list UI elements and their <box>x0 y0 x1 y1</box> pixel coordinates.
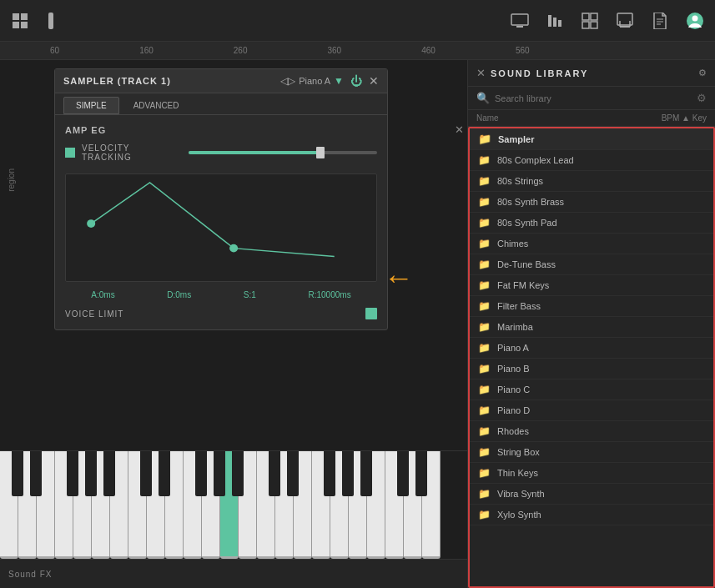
list-item[interactable]: 📁 Marimba <box>470 317 713 338</box>
svg-rect-6 <box>548 15 551 27</box>
list-item-thin-keys[interactable]: 📁 Thin Keys <box>470 463 713 484</box>
white-key[interactable] <box>275 451 294 559</box>
white-key[interactable] <box>257 451 275 559</box>
list-item-string-box[interactable]: 📁 String Box <box>470 442 713 463</box>
svg-rect-12 <box>591 22 597 28</box>
white-key[interactable] <box>312 451 330 559</box>
list-item-chimes[interactable]: 📁 Chimes <box>470 234 713 254</box>
decay-label: D:0ms <box>167 290 191 299</box>
item-name: Piano D <box>497 405 530 415</box>
library-close-button[interactable]: ✕ <box>476 67 486 79</box>
list-item[interactable]: 📁 Piano B <box>470 359 713 379</box>
tab-advanced[interactable]: ADVANCED <box>121 97 192 114</box>
list-item-sampler[interactable]: 📁 Sampler <box>470 128 713 150</box>
sampler-content: AMP EG VELOCITY TRACKING <box>55 115 387 329</box>
white-key[interactable] <box>330 451 349 559</box>
list-item[interactable]: 📁 De-Tune Bass <box>470 254 713 275</box>
folder-icon: 📁 <box>478 384 491 395</box>
attack-label: A:0ms <box>91 290 114 299</box>
tab-simple[interactable]: SIMPLE <box>63 97 119 114</box>
white-key[interactable] <box>367 451 385 559</box>
list-item[interactable]: 📁 Xylo Synth <box>470 505 713 525</box>
white-key[interactable] <box>128 451 147 559</box>
item-name: Marimba <box>497 322 533 332</box>
list-item[interactable]: 📁 80s Complex Lead <box>470 150 713 171</box>
grid-icon[interactable] <box>8 9 32 33</box>
list-item[interactable]: 📁 Filter Bass <box>470 296 713 317</box>
white-key[interactable] <box>294 451 312 559</box>
phone-icon[interactable] <box>42 9 65 33</box>
list-item[interactable]: 📁 80s Strings <box>470 171 713 192</box>
svg-rect-10 <box>591 13 597 20</box>
list-item[interactable]: 📁 Vibra Synth <box>470 484 713 505</box>
voice-limit-button[interactable] <box>365 308 377 319</box>
white-key[interactable] <box>0 451 18 559</box>
arrow-indicator: ← <box>384 260 414 295</box>
bottom-label: Sound FX <box>8 570 52 579</box>
list-item-piano-a[interactable]: 📁 Piano A <box>470 338 713 359</box>
svg-rect-7 <box>553 18 556 27</box>
white-key[interactable] <box>110 451 128 559</box>
library-list[interactable]: 📁 Sampler 📁 80s Complex Lead 📁 80s Strin… <box>468 127 715 588</box>
white-key[interactable] <box>18 451 37 559</box>
slider-thumb[interactable] <box>316 147 325 158</box>
list-item[interactable]: 📁 Fat FM Keys <box>470 275 713 296</box>
white-key[interactable] <box>165 451 184 559</box>
library-header: ✕ SOUND LIBRARY ⚙ <box>468 60 715 87</box>
sampler-preset: ◁▷ Piano A ▼ <box>280 75 344 87</box>
filter-icon[interactable]: ⚙ <box>697 92 707 104</box>
svg-rect-1 <box>21 13 28 20</box>
white-key[interactable] <box>37 451 55 559</box>
export-icon[interactable] <box>613 9 637 33</box>
monitor-icon[interactable] <box>508 9 531 33</box>
piano-keyboard[interactable] <box>0 450 467 559</box>
file-icon[interactable] <box>648 9 672 33</box>
preset-dropdown-icon[interactable]: ▼ <box>334 75 344 87</box>
user-icon[interactable] <box>683 9 707 33</box>
velocity-row: VELOCITY TRACKING <box>65 143 377 162</box>
folder-icon: 📁 <box>478 488 491 500</box>
svg-rect-2 <box>13 22 19 28</box>
timeline-marks: 60 160 260 360 460 560 <box>50 46 530 55</box>
preset-name: Piano A <box>299 76 330 86</box>
slider-fill <box>189 151 320 154</box>
velocity-checkbox[interactable] <box>65 148 75 158</box>
velocity-slider[interactable] <box>189 151 377 154</box>
sampler-panel: SAMPLER (TRACK 1) ◁▷ Piano A ▼ ⏻ ✕ SIMPL… <box>54 68 388 330</box>
white-key[interactable] <box>184 451 202 559</box>
search-input[interactable] <box>495 93 692 103</box>
panel-x-button[interactable]: ✕ <box>451 120 467 139</box>
item-name: Piano C <box>497 384 530 395</box>
white-key[interactable] <box>239 451 257 559</box>
svg-rect-9 <box>582 13 589 20</box>
velocity-label: VELOCITY TRACKING <box>82 143 182 162</box>
sampler-tabs: SIMPLE ADVANCED <box>55 93 387 115</box>
folder-icon: 📁 <box>478 405 491 416</box>
list-item[interactable]: 📁 Rhodes <box>470 421 713 442</box>
list-item[interactable]: 📁 80s Synth Brass <box>470 192 713 213</box>
list-item[interactable]: 📁 Piano D <box>470 400 713 421</box>
grid2-icon[interactable] <box>578 9 602 33</box>
white-key[interactable] <box>55 451 73 559</box>
main-area: region SAMPLER (TRACK 1) ◁▷ Piano A ▼ ⏻ … <box>0 60 715 588</box>
white-key[interactable] <box>73 451 92 559</box>
white-key[interactable] <box>92 451 110 559</box>
piano-keys <box>0 451 467 559</box>
white-key[interactable] <box>422 451 441 559</box>
power-button[interactable]: ⏻ <box>350 74 362 88</box>
white-key[interactable] <box>385 451 404 559</box>
bars-icon[interactable] <box>543 9 566 33</box>
sampler-close-button[interactable]: ✕ <box>369 74 379 88</box>
settings-icon[interactable]: ⚙ <box>698 68 707 78</box>
voice-limit-label: VOICE LIMIT <box>65 309 359 319</box>
white-key[interactable] <box>202 451 220 559</box>
white-key[interactable] <box>349 451 367 559</box>
list-item[interactable]: 📁 80s Synth Pad <box>470 213 713 234</box>
white-key[interactable] <box>404 451 422 559</box>
list-item[interactable]: 📁 Piano C <box>470 379 713 400</box>
white-key[interactable] <box>147 451 165 559</box>
item-name: Vibra Synth <box>497 489 545 499</box>
white-key-active[interactable] <box>220 451 239 559</box>
item-name: Thin Keys <box>497 468 538 478</box>
svg-rect-5 <box>516 26 523 28</box>
